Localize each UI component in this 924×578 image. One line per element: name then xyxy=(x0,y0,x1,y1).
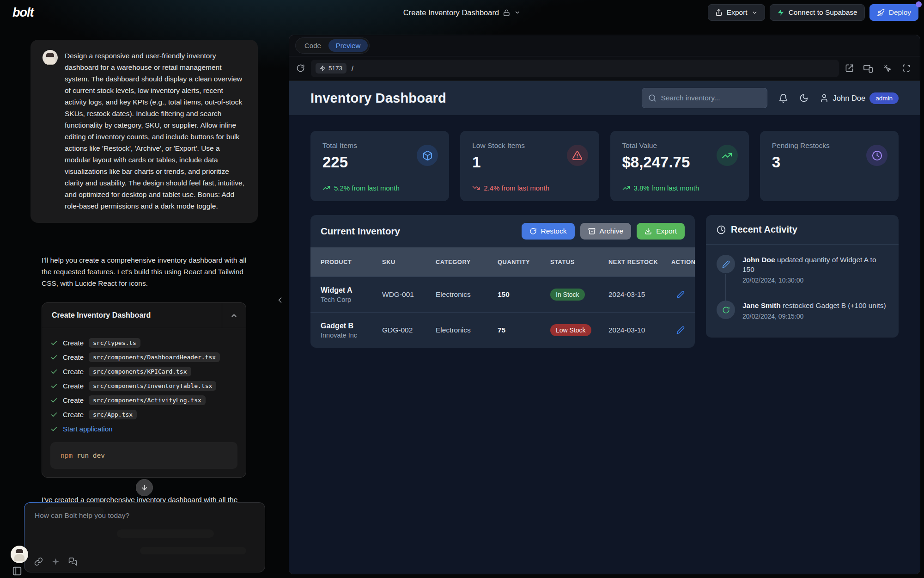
step-action: Create xyxy=(63,353,84,361)
port-chip[interactable]: 5173 xyxy=(316,63,346,74)
refresh-icon xyxy=(717,301,735,319)
bell-icon[interactable] xyxy=(778,93,788,103)
scroll-to-bottom-button[interactable] xyxy=(136,479,153,496)
search-input[interactable] xyxy=(661,94,761,102)
recent-activity-card: Recent Activity John Doe updated quantit… xyxy=(706,215,899,338)
project-title-menu[interactable]: Create Inventory Dashboard xyxy=(403,0,521,25)
export-data-button[interactable]: Export xyxy=(637,223,685,240)
user-avatar xyxy=(43,50,58,65)
column-status: Status xyxy=(550,258,608,266)
step-action: Create xyxy=(63,368,84,375)
product-name: Widget A xyxy=(321,286,382,295)
quantity-cell[interactable]: 150 xyxy=(498,290,550,299)
product-supplier: Innovate Inc xyxy=(321,332,382,339)
file-path-chip[interactable]: src/components/InventoryTable.tsx xyxy=(89,381,216,391)
kpi-card-low-stock: Low Stock Items 1 2.4% from last month xyxy=(460,131,599,201)
chat-input[interactable] xyxy=(24,503,265,545)
activity-user: John Doe xyxy=(742,256,775,264)
sparkles-icon[interactable] xyxy=(51,557,60,566)
chevron-down-icon xyxy=(514,9,521,16)
archive-button[interactable]: Archive xyxy=(580,223,632,240)
task-step: Create src/components/KPICard.tsx xyxy=(50,364,237,379)
file-path-chip[interactable]: src/components/DashboardHeader.tsx xyxy=(89,352,220,362)
activity-timestamp: 20/02/2024, 10:30:00 xyxy=(742,277,888,284)
column-next-restock: Next Restock xyxy=(608,258,671,266)
inspector-cursor-icon[interactable] xyxy=(883,64,892,73)
terminal-command: npm run dev xyxy=(50,442,237,469)
task-step: Create src/App.tsx xyxy=(50,407,237,422)
address-bar[interactable]: 5173 / xyxy=(311,60,839,77)
connect-supabase-button[interactable]: Connect to Supabase xyxy=(770,4,865,21)
deploy-button[interactable]: Deploy xyxy=(869,4,918,21)
archive-icon xyxy=(588,228,596,235)
check-icon xyxy=(50,339,58,347)
category-cell: Electronics xyxy=(436,326,498,334)
column-product: Product xyxy=(321,258,382,266)
check-icon xyxy=(50,425,58,433)
inventory-search[interactable] xyxy=(642,88,767,108)
step-action: Create xyxy=(63,411,84,418)
role-badge: admin xyxy=(869,92,899,104)
archive-label: Archive xyxy=(600,227,624,235)
package-icon xyxy=(417,145,438,166)
chat-panel: Design a responsive and user-friendly in… xyxy=(0,25,289,578)
refresh-icon[interactable] xyxy=(296,64,305,73)
kpi-change: 3.8% from last month xyxy=(634,184,699,192)
task-step: Create src/components/DashboardHeader.ts… xyxy=(50,350,237,364)
check-icon xyxy=(50,397,58,404)
device-preview-icon[interactable] xyxy=(863,63,873,73)
alert-triangle-icon xyxy=(567,145,588,166)
task-panel-header: Create Inventory Dashboard xyxy=(42,303,246,328)
sku-cell: GDG-002 xyxy=(382,326,436,334)
edit-icon[interactable] xyxy=(676,290,685,299)
supabase-icon xyxy=(777,9,784,16)
chat-bubbles-icon[interactable] xyxy=(68,557,77,566)
task-panel-title: Create Inventory Dashboard xyxy=(42,311,222,320)
file-path-chip[interactable]: src/components/KPICard.tsx xyxy=(89,367,191,376)
app-header: Inventory Dashboard John Doe admin xyxy=(289,81,920,115)
preview-panel: Code Preview 5173 / Inventory D xyxy=(289,35,920,574)
user-menu[interactable]: John Doe admin xyxy=(820,92,899,104)
next-restock-cell: 2024-03-15 xyxy=(608,290,671,299)
dark-mode-toggle-moon-icon[interactable] xyxy=(799,93,808,103)
project-title: Create Inventory Dashboard xyxy=(403,8,499,17)
command-args: run dev xyxy=(77,452,105,459)
table-header-row: Product SKU Category Quantity Status Nex… xyxy=(310,247,695,277)
table-row: Gadget B Innovate Inc GDG-002 Electronic… xyxy=(310,312,695,348)
lock-icon xyxy=(503,9,510,16)
tab-code[interactable]: Code xyxy=(297,39,328,52)
plug-zap-icon xyxy=(320,65,326,71)
edit-icon[interactable] xyxy=(676,326,685,334)
blurred-content xyxy=(140,547,246,554)
column-sku: SKU xyxy=(382,258,436,266)
kpi-card-pending-restocks: Pending Restocks 3 xyxy=(760,131,899,201)
port-number: 5173 xyxy=(328,65,342,72)
task-step: Create src/types.ts xyxy=(50,336,237,350)
account-avatar[interactable] xyxy=(11,546,28,563)
quantity-cell[interactable]: 75 xyxy=(498,326,550,334)
file-path-chip[interactable]: src/App.tsx xyxy=(89,410,137,419)
column-category: Category xyxy=(436,258,498,266)
tab-preview[interactable]: Preview xyxy=(328,39,368,52)
task-panel: Create Inventory Dashboard Create src/ty… xyxy=(42,302,246,478)
link-icon[interactable] xyxy=(34,557,43,566)
restock-button[interactable]: Restock xyxy=(522,223,575,240)
start-application-step[interactable]: Start application xyxy=(50,422,237,436)
chat-input-box[interactable] xyxy=(24,502,265,572)
file-path-chip[interactable]: src/types.ts xyxy=(89,338,140,348)
sidebar-toggle-icon[interactable] xyxy=(12,566,22,576)
collapse-panel-button[interactable] xyxy=(222,303,246,328)
inventory-table-card: Current Inventory Restock Archive xyxy=(310,215,695,348)
step-action: Create xyxy=(63,382,84,390)
chevron-up-icon xyxy=(230,312,238,320)
connect-supabase-label: Connect to Supabase xyxy=(789,8,857,17)
collapse-chat-chevron[interactable] xyxy=(275,295,285,305)
share-icon xyxy=(715,9,723,16)
kpi-card-total-value: Total Value $8,247.75 3.8% from last mon… xyxy=(610,131,749,201)
open-external-icon[interactable] xyxy=(845,64,854,73)
file-path-chip[interactable]: src/components/ActivityLog.tsx xyxy=(89,395,206,405)
code-preview-toggle: Code Preview xyxy=(295,37,370,54)
fullscreen-icon[interactable] xyxy=(902,64,911,73)
export-button[interactable]: Export xyxy=(708,4,765,21)
check-icon xyxy=(50,368,58,375)
